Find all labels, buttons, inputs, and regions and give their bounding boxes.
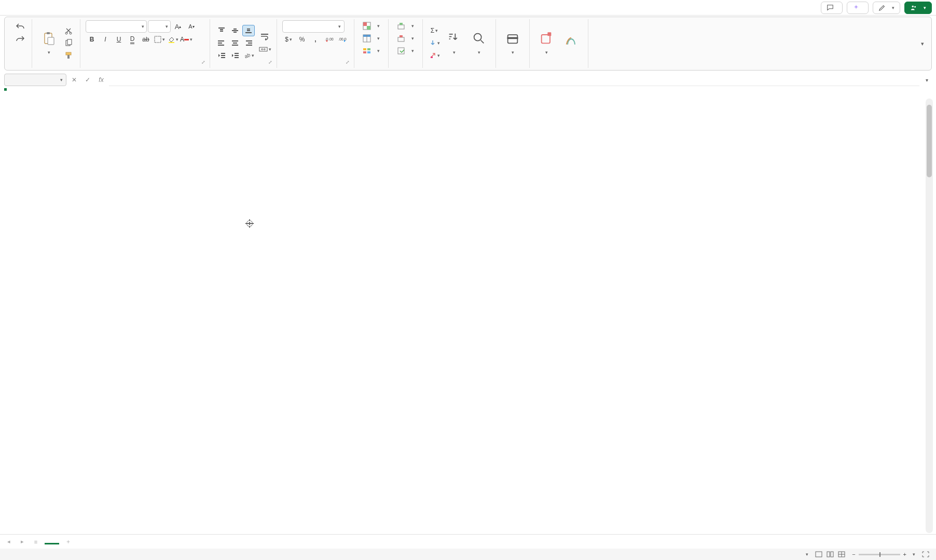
decrease-decimal-button[interactable]: .00.0 <box>336 34 349 45</box>
svg-rect-68 <box>831 552 833 557</box>
people-icon <box>910 4 917 11</box>
sort-filter-button[interactable]: ▾ <box>443 29 465 57</box>
formula-expand-button[interactable]: ▾ <box>921 77 932 83</box>
copilot-button[interactable] <box>560 33 583 53</box>
fx-button[interactable]: fx <box>95 74 107 86</box>
align-center-button[interactable] <box>229 37 241 49</box>
cond-fmt-icon <box>363 22 371 30</box>
vertical-scrollbar[interactable] <box>926 99 933 533</box>
active-cell-outline <box>4 88 6 90</box>
bold-button[interactable]: B <box>86 34 98 45</box>
svg-rect-21 <box>247 30 250 31</box>
accounting-format-button[interactable]: $▾ <box>282 34 295 45</box>
font-color-button[interactable]: A▾ <box>180 34 192 45</box>
align-top-button[interactable] <box>215 25 228 36</box>
editing-mode-button[interactable]: ▾ <box>873 2 900 14</box>
percent-format-button[interactable]: % <box>296 34 308 45</box>
formula-input[interactable] <box>109 74 919 86</box>
paste-button[interactable]: ▾ <box>37 29 60 57</box>
increase-font-button[interactable]: A▴ <box>172 21 184 32</box>
autosum-button[interactable]: Σ▾ <box>428 25 441 36</box>
svg-rect-22 <box>245 32 252 33</box>
undo-button[interactable] <box>14 20 26 32</box>
cut-button[interactable] <box>62 25 75 36</box>
share-button[interactable]: ▾ <box>904 2 932 14</box>
catchup-button[interactable] <box>847 2 869 14</box>
alignment-dialog-launcher[interactable]: ⤢ <box>268 60 274 66</box>
decrease-indent-button[interactable] <box>215 50 228 61</box>
align-left-button[interactable] <box>215 37 228 49</box>
fullscreen-button[interactable] <box>920 550 931 559</box>
sparkle-icon <box>852 4 860 11</box>
zoom-in-button[interactable]: + <box>903 551 906 557</box>
conditional-formatting-button[interactable]: ▾ <box>360 20 383 32</box>
increase-decimal-button[interactable]: .0.00 <box>323 34 335 45</box>
decrease-font-button[interactable]: A▾ <box>185 21 198 32</box>
svg-rect-57 <box>398 37 404 41</box>
zoom-slider[interactable] <box>859 554 900 555</box>
insert-cells-button[interactable]: ▾ <box>394 20 417 32</box>
delete-cells-button[interactable]: ▾ <box>394 33 417 44</box>
comments-button[interactable] <box>821 2 843 14</box>
align-middle-button[interactable] <box>229 25 241 36</box>
sheet-tab-bar: ◂ ▸ ≡ ＋ <box>0 534 936 549</box>
svg-rect-4 <box>48 37 54 45</box>
sensitivity-button[interactable]: ▾ <box>501 29 524 57</box>
number-dialog-launcher[interactable]: ⤢ <box>346 60 352 66</box>
grid-area[interactable] <box>4 88 933 534</box>
font-dialog-launcher[interactable]: ⤢ <box>201 60 208 66</box>
clear-button[interactable]: ▾ <box>428 50 441 61</box>
copy-button[interactable] <box>62 37 75 49</box>
ribbon-collapse-button[interactable]: ▾ <box>921 40 924 47</box>
redo-button[interactable] <box>14 33 26 44</box>
orientation-button[interactable]: ab▾ <box>242 50 255 61</box>
status-menu-icon[interactable]: ▾ <box>806 552 808 557</box>
double-underline-button[interactable]: D <box>126 34 139 45</box>
align-bottom-button[interactable] <box>242 25 255 36</box>
svg-rect-62 <box>508 35 518 43</box>
cell-styles-icon <box>363 47 371 55</box>
fill-button[interactable]: ▾ <box>428 37 441 49</box>
number-format-select[interactable]: ▾ <box>282 20 345 33</box>
svg-rect-12 <box>169 42 174 43</box>
sheet-next-button[interactable]: ▸ <box>18 537 27 547</box>
increase-indent-button[interactable] <box>229 50 241 61</box>
zoom-out-button[interactable]: − <box>852 551 855 557</box>
all-sheets-button[interactable]: ≡ <box>31 537 40 547</box>
merge-button[interactable]: ▾ <box>259 44 271 55</box>
pencil-icon <box>878 4 886 11</box>
sheet-prev-button[interactable]: ◂ <box>4 537 13 547</box>
svg-rect-11 <box>155 36 161 43</box>
comma-format-button[interactable]: , <box>309 34 322 45</box>
align-right-button[interactable] <box>242 37 255 49</box>
vscroll-thumb[interactable] <box>927 105 932 177</box>
add-sheet-button[interactable]: ＋ <box>63 537 73 547</box>
font-family-select[interactable]: ▾ <box>86 20 147 33</box>
svg-rect-65 <box>547 32 551 36</box>
page-layout-view-button[interactable] <box>825 550 835 559</box>
cell-styles-button[interactable]: ▾ <box>360 45 383 57</box>
name-box[interactable]: ▾ <box>4 74 66 86</box>
wrap-text-button[interactable] <box>259 31 271 43</box>
normal-view-button[interactable] <box>814 550 824 559</box>
format-painter-button[interactable] <box>62 50 75 61</box>
svg-rect-27 <box>233 43 237 44</box>
svg-rect-8 <box>67 39 72 45</box>
strikethrough-button[interactable]: ab <box>140 34 152 45</box>
cursor-crosshair <box>245 219 254 228</box>
fill-color-button[interactable]: ▾ <box>167 34 179 45</box>
borders-button[interactable]: ▾ <box>153 34 166 45</box>
italic-button[interactable]: I <box>99 34 112 45</box>
font-size-select[interactable]: ▾ <box>148 20 171 33</box>
format-cells-button[interactable]: ▾ <box>394 45 417 57</box>
find-select-button[interactable]: ▾ <box>467 29 490 57</box>
addins-button[interactable]: ▾ <box>535 29 558 57</box>
svg-rect-51 <box>363 48 366 50</box>
page-break-view-button[interactable] <box>836 550 847 559</box>
cancel-formula-button[interactable]: ✕ <box>68 74 80 86</box>
delete-icon <box>397 34 405 43</box>
underline-button[interactable]: U <box>113 34 125 45</box>
sheet-tab-sheet1[interactable] <box>45 539 59 544</box>
enter-formula-button[interactable]: ✓ <box>82 74 93 86</box>
format-as-table-button[interactable]: ▾ <box>360 33 383 44</box>
